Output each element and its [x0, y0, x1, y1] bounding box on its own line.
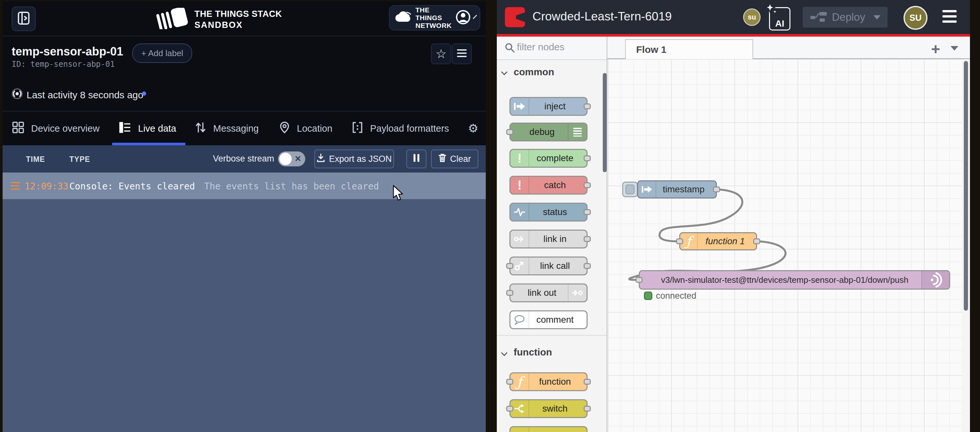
node-port[interactable] — [506, 263, 513, 269]
export-json-button[interactable]: Export as JSON — [314, 150, 394, 168]
node-red-header: Crowded-Least-Tern-6019 su AI Deploy SU — [497, 0, 970, 34]
palette-section-function[interactable]: function — [514, 347, 552, 358]
inject-icon — [638, 181, 656, 198]
node-port[interactable] — [584, 104, 591, 109]
node-port[interactable] — [584, 263, 591, 269]
palette-divider — [497, 335, 607, 336]
deploy-options-caret[interactable] — [873, 15, 880, 19]
tab-live-data[interactable]: Live data — [119, 112, 176, 145]
ttn-console-window: THE THINGS STACK SANDBOX THE THINGS NETW… — [3, 1, 486, 432]
event-row[interactable]: 12:09:33 Console: Events cleared The eve… — [3, 172, 486, 199]
chevron-down-icon — [473, 14, 477, 19]
things-stack-logo-subtitle: SANDBOX — [194, 21, 243, 30]
tab-payload-formatters[interactable]: Payload formatters — [352, 112, 449, 145]
flow-node-function-1[interactable]: ƒ function 1 — [679, 232, 757, 250]
node-status-label: connected — [656, 291, 697, 301]
palette-node-link-in[interactable]: link in — [509, 230, 587, 249]
flow-node-mqtt-out[interactable]: v3/lwn-simulator-test@ttn/devices/temp-s… — [639, 270, 950, 290]
filter-nodes-input[interactable] — [516, 41, 598, 53]
node-port[interactable] — [635, 277, 643, 283]
overview-grid-icon — [12, 122, 24, 135]
palette-node-status[interactable]: status — [509, 203, 587, 222]
inject-trigger-inner — [625, 185, 635, 194]
deploy-button[interactable]: Deploy — [803, 7, 888, 27]
page-title: temp-sensor-abp-01 — [12, 45, 123, 58]
verbose-stream-toggle[interactable]: ✕ — [278, 151, 305, 166]
star-icon: ☆ — [436, 47, 447, 61]
device-tabbar: Device overview Live data Messaging Loca… — [3, 112, 486, 145]
mqtt-icon — [921, 271, 949, 289]
node-port[interactable] — [584, 236, 591, 242]
node-port[interactable] — [506, 379, 513, 385]
event-description: The events list has been cleared — [204, 181, 379, 192]
add-flow-button[interactable]: + — [931, 40, 940, 58]
device-id: ID: temp-sensor-abp-01 — [12, 60, 115, 69]
event-time: 12:09:33 — [25, 181, 68, 192]
avatar-large[interactable]: SU — [904, 6, 928, 30]
palette-node-debug[interactable]: debug — [509, 123, 587, 142]
section-chevron-icon[interactable] — [501, 69, 508, 75]
palette-node-switch[interactable]: switch — [509, 399, 587, 418]
column-header-type: TYPE — [69, 155, 90, 164]
palette-search[interactable] — [497, 37, 607, 60]
tab-messaging[interactable]: Messaging — [195, 112, 259, 145]
palette-node-link-call[interactable]: link call — [509, 257, 587, 275]
inject-trigger-button[interactable] — [622, 182, 638, 197]
device-settings-button[interactable]: ⚙ — [468, 112, 478, 145]
node-port[interactable] — [713, 187, 720, 192]
node-port[interactable] — [753, 238, 760, 244]
account-avatar-icon — [456, 10, 471, 26]
node-port[interactable] — [584, 182, 591, 188]
screen: THE THINGS STACK SANDBOX THE THINGS NETW… — [0, 0, 980, 432]
flow-node-timestamp[interactable]: timestamp — [637, 180, 717, 198]
canvas-scrollbar[interactable] — [964, 61, 968, 311]
toggle-knob — [279, 153, 292, 165]
node-port[interactable] — [506, 406, 513, 411]
flow-canvas[interactable]: timestamp ƒ function 1 v3/lwn-simulator-… — [608, 59, 962, 432]
activity-status-dot — [142, 91, 146, 96]
payload-formatters-icon — [352, 122, 363, 135]
tab-device-overview[interactable]: Device overview — [12, 112, 100, 145]
flow-list-button[interactable] — [950, 46, 958, 51]
node-port[interactable] — [506, 129, 513, 135]
node-palette: common inject debug ! complete ! — [497, 37, 607, 432]
network-account-button[interactable]: THE THINGS NETWORK — [389, 5, 480, 30]
device-menu-button[interactable] — [452, 43, 472, 64]
palette-node-inject[interactable]: inject — [509, 97, 587, 116]
add-label-button[interactable]: + Add label — [132, 43, 192, 63]
palette-scrollbar[interactable] — [603, 73, 607, 172]
pause-stream-button[interactable] — [406, 150, 426, 168]
section-chevron-icon[interactable] — [501, 350, 508, 356]
tab-flow-1[interactable]: Flow 1 — [625, 39, 753, 60]
ai-assistant-button[interactable]: AI — [769, 7, 791, 30]
gear-icon: ⚙ — [468, 122, 478, 135]
node-port[interactable] — [584, 209, 591, 215]
messaging-arrows-icon — [195, 122, 206, 135]
flowfuse-logo-icon[interactable] — [505, 7, 525, 27]
location-pin-icon — [279, 121, 290, 136]
node-port[interactable] — [584, 406, 591, 411]
event-type-icon — [10, 180, 21, 193]
deploy-icon — [810, 11, 829, 24]
palette-node-function[interactable]: ƒ function — [509, 372, 587, 391]
event-type: Console: Events cleared — [69, 181, 195, 192]
bookmark-button[interactable]: ☆ — [431, 43, 451, 64]
palette-node-link-out[interactable]: link out — [509, 284, 587, 302]
palette-node-complete[interactable]: ! complete — [509, 149, 587, 168]
main-menu-button[interactable] — [942, 7, 957, 26]
node-port[interactable] — [584, 379, 591, 385]
avatar-small[interactable]: su — [743, 8, 760, 26]
last-activity-row: Last activity 8 seconds ago — [3, 78, 486, 112]
palette-section-common[interactable]: common — [514, 67, 554, 78]
clear-events-button[interactable]: Clear — [431, 150, 478, 168]
palette-node-change[interactable]: change — [509, 426, 587, 432]
palette-node-catch[interactable]: ! catch — [509, 176, 587, 194]
tab-location[interactable]: Location — [279, 112, 332, 145]
node-port[interactable] — [506, 290, 513, 296]
node-port[interactable] — [584, 155, 591, 161]
palette-node-comment[interactable]: comment — [509, 310, 587, 329]
things-stack-logo-title: THE THINGS STACK — [194, 10, 282, 19]
node-label: v3/lwn-simulator-test@ttn/devices/temp-s… — [653, 271, 917, 289]
sidebar-toggle-button[interactable] — [12, 6, 36, 31]
node-port[interactable] — [676, 238, 683, 244]
